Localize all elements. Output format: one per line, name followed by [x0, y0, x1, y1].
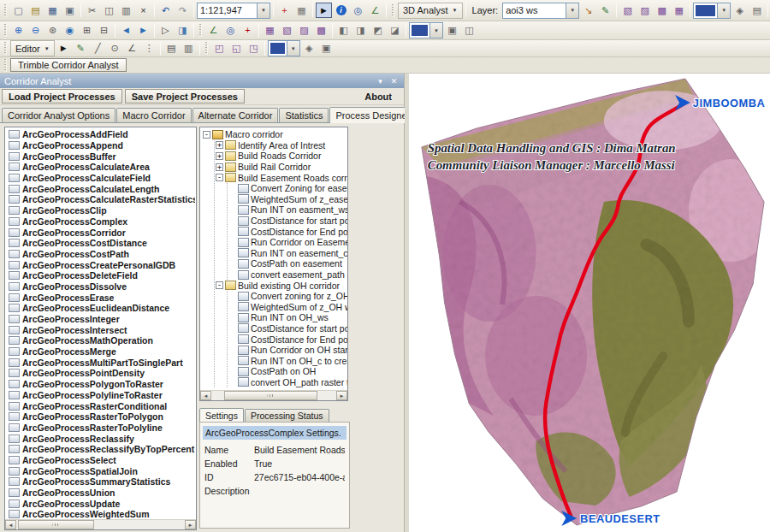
- cut-icon[interactable]: ✂: [84, 3, 100, 18]
- reclass-4-icon[interactable]: ◪: [387, 23, 403, 38]
- scroll-right-icon[interactable]: ►: [185, 520, 196, 529]
- settings-value[interactable]: [254, 486, 345, 496]
- forward-extent-icon[interactable]: ►: [135, 23, 151, 38]
- 3d-analyst-dropdown[interactable]: 3D Analyst▼: [398, 3, 463, 19]
- print-icon[interactable]: ▣: [62, 3, 78, 18]
- sketch-properties-icon[interactable]: ▥: [181, 41, 197, 56]
- layer-combo[interactable]: aoi3 ws▼: [502, 3, 579, 19]
- raster-color-combo[interactable]: ▼: [409, 22, 443, 38]
- topology-2-icon[interactable]: ◱: [228, 41, 245, 56]
- process-list-item[interactable]: ArcGeoProcessInteger: [7, 314, 195, 325]
- settings-value[interactable]: 27ec6715-eb04-400e-af18-1da...: [254, 472, 345, 482]
- tree-node[interactable]: Run Corridor on OH start and ends raster: [228, 345, 347, 356]
- process-list-item[interactable]: ArcGeoProcessAppend: [7, 140, 195, 151]
- attributes-icon[interactable]: ▤: [163, 41, 180, 56]
- expand-toggle-icon[interactable]: +: [216, 141, 223, 149]
- legend-icon[interactable]: ▣: [444, 23, 460, 38]
- process-list-item[interactable]: ArcGeoProcessBuffer: [7, 151, 195, 162]
- tree-node[interactable]: +Build Rail Corridor: [216, 162, 347, 173]
- interpolate-line-icon[interactable]: ✎: [597, 3, 613, 18]
- zoom-out-icon[interactable]: ⊖: [27, 23, 44, 38]
- spatial-analyst-2-icon[interactable]: ▧: [279, 23, 295, 38]
- process-list-item[interactable]: ArcGeoProcessRasterToPolygon: [7, 411, 195, 423]
- angle-tool-icon[interactable]: ∠: [124, 41, 140, 56]
- paste-icon[interactable]: ▥: [118, 3, 134, 18]
- process-list-item[interactable]: ArcGeoProcessPolygonToRaster: [7, 379, 195, 390]
- tree-node[interactable]: Convert zoning for z_OH shapefile to z_O…: [228, 291, 347, 302]
- toolbar-grip[interactable]: [199, 24, 202, 37]
- tree-node[interactable]: +Identify Area of Intrest: [216, 140, 347, 151]
- process-list-item[interactable]: ArcGeoProcessMerge: [7, 346, 195, 358]
- tree-node[interactable]: WeightedSum of z_easement with aoi_rec: [228, 194, 347, 205]
- find-route-icon[interactable]: ◎: [222, 23, 239, 38]
- process-list-item[interactable]: ArcGeoProcessCalculateField: [7, 173, 195, 184]
- tab-corridor-analyst-options[interactable]: Corridor Analyst Options: [2, 108, 116, 122]
- process-list-item[interactable]: ArcGeoProcessRasterToPolyline: [7, 423, 195, 434]
- process-list-item[interactable]: ArcGeoProcessMathOperation: [7, 335, 195, 346]
- reclass-3-icon[interactable]: ◩: [370, 23, 386, 38]
- find-icon[interactable]: ◎: [350, 3, 366, 18]
- more-edit-tools-icon[interactable]: ⋮: [141, 41, 157, 56]
- tree-node[interactable]: -Macro corridor: [203, 129, 347, 140]
- fixed-zoom-out-icon[interactable]: ⊟: [96, 23, 112, 38]
- new-document-icon[interactable]: ▢: [10, 3, 27, 18]
- scroll-left-icon[interactable]: ◄: [200, 391, 211, 400]
- map-scale-combo[interactable]: 1:121,947▼: [197, 3, 270, 19]
- process-list-item[interactable]: ArcGeoProcessCreatePersonalGDB: [7, 259, 195, 270]
- spatial-analyst-4-icon[interactable]: ▩: [313, 23, 329, 38]
- process-list-item[interactable]: ArcGeoProcessRasterConditional: [7, 400, 195, 411]
- process-list-item[interactable]: ArcGeoProcessClip: [7, 205, 195, 216]
- process-list-item[interactable]: ArcGeoProcessReclassify: [7, 433, 195, 444]
- load-project-processes-button[interactable]: Load Project Processes: [2, 89, 122, 103]
- process-list-item[interactable]: ArcGeoProcessAddField: [7, 129, 195, 140]
- process-list-item[interactable]: ArcGeoProcessComplex: [7, 216, 195, 228]
- tab-settings[interactable]: Settings: [199, 408, 244, 423]
- tree-node[interactable]: convert easement_path raster to easeme: [228, 269, 347, 281]
- line-tool-icon[interactable]: ╱: [90, 41, 106, 56]
- collapse-toggle-icon[interactable]: -: [203, 131, 210, 139]
- copy-icon[interactable]: ◫: [101, 3, 117, 18]
- tree-node[interactable]: Run INT on easement_c to create easeme: [228, 248, 347, 259]
- tab-process-designer[interactable]: Process Designer: [329, 107, 416, 123]
- macro-tree-horizontal-scrollbar[interactable]: ◄ ►: [200, 390, 347, 400]
- settings-value[interactable]: True: [254, 458, 345, 469]
- tab-processing-status[interactable]: Processing Status: [245, 409, 329, 422]
- tab-statistics[interactable]: Statistics: [279, 108, 329, 122]
- scrollbar-thumb[interactable]: [224, 391, 318, 400]
- layer-properties-icon[interactable]: ◈: [732, 3, 748, 18]
- effects-icon[interactable]: ▤: [749, 3, 765, 18]
- scrollbar-thumb[interactable]: [18, 520, 94, 529]
- back-extent-icon[interactable]: ◄: [118, 23, 134, 38]
- process-list-item[interactable]: ArcGeoProcessCalculateArea: [7, 162, 195, 173]
- process-list-item[interactable]: ArcGeoProcessSelect: [7, 455, 195, 466]
- measure-distance-icon[interactable]: ∠: [205, 23, 222, 38]
- select-features-icon[interactable]: ◨: [175, 23, 191, 38]
- tree-node[interactable]: CostDistance for End point on OH: [228, 334, 347, 345]
- save-icon[interactable]: ▦: [44, 3, 61, 18]
- tab-macro-corridor[interactable]: Macro Corridor: [116, 108, 191, 122]
- process-list-item[interactable]: ArcGeoProcessDeleteField: [7, 270, 195, 281]
- process-list-item[interactable]: ArcGeoProcessWeightedSum: [7, 509, 195, 519]
- tree-node[interactable]: CostPath on easement: [228, 258, 347, 269]
- spatial-analyst-3-icon[interactable]: ▨: [296, 23, 312, 38]
- open-folder-icon[interactable]: ▤: [27, 3, 44, 18]
- process-list-item[interactable]: ArcGeoProcessPolylineToRaster: [7, 390, 195, 401]
- reclass-2-icon[interactable]: ◨: [352, 23, 369, 38]
- tree-node[interactable]: Run INT on OH_ws: [228, 312, 347, 323]
- tree-node[interactable]: Run INT on OH_c to create oh: [228, 355, 347, 366]
- process-list-item[interactable]: ArcGeoProcessIntersect: [7, 324, 195, 335]
- collapse-toggle-icon[interactable]: -: [216, 174, 223, 181]
- raster-surface-icon[interactable]: ▧: [619, 3, 636, 18]
- select-elements-icon[interactable]: ▷: [157, 23, 174, 38]
- editor-dropdown[interactable]: Editor▼: [10, 40, 55, 56]
- topology-1-icon[interactable]: ◰: [211, 41, 228, 56]
- topology-3-icon[interactable]: ◳: [246, 41, 262, 56]
- tree-node[interactable]: convert OH_path raster to OH_path shape: [228, 377, 347, 388]
- scroll-right-icon[interactable]: ►: [336, 391, 347, 400]
- process-list-item[interactable]: ArcGeoProcessPointDensity: [7, 368, 195, 379]
- process-list-item[interactable]: ArcGeoProcessEuclideanDistance: [7, 303, 195, 314]
- tab-alternate-corridor[interactable]: Alternate Corridor: [192, 108, 279, 122]
- process-list-item[interactable]: ArcGeoProcessCalculateRasterStatistics: [7, 194, 195, 205]
- full-extent-icon[interactable]: ◉: [62, 23, 78, 38]
- process-list-item[interactable]: ArcGeoProcessUnion: [7, 488, 195, 499]
